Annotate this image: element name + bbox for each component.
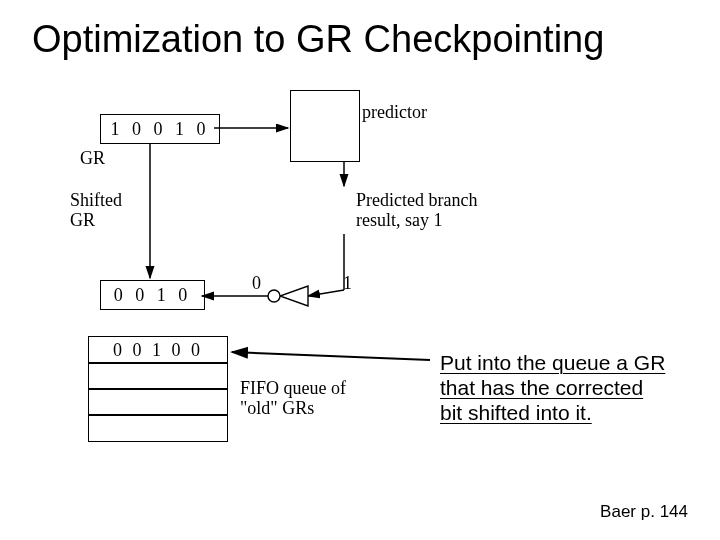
annotation-line-3: bit shifted into it. [440,401,592,424]
citation: Baer p. 144 [600,502,688,522]
svg-line-3 [308,290,344,296]
svg-line-8 [232,352,430,360]
svg-marker-4 [280,286,308,306]
annotation-line-2: that has the corrected [440,376,643,399]
annotation-line-1: Put into the queue a GR [440,351,665,374]
annotation-text: Put into the queue a GR that has the cor… [440,350,710,426]
slide-title: Optimization to GR Checkpointing [32,18,604,61]
svg-point-5 [268,290,280,302]
